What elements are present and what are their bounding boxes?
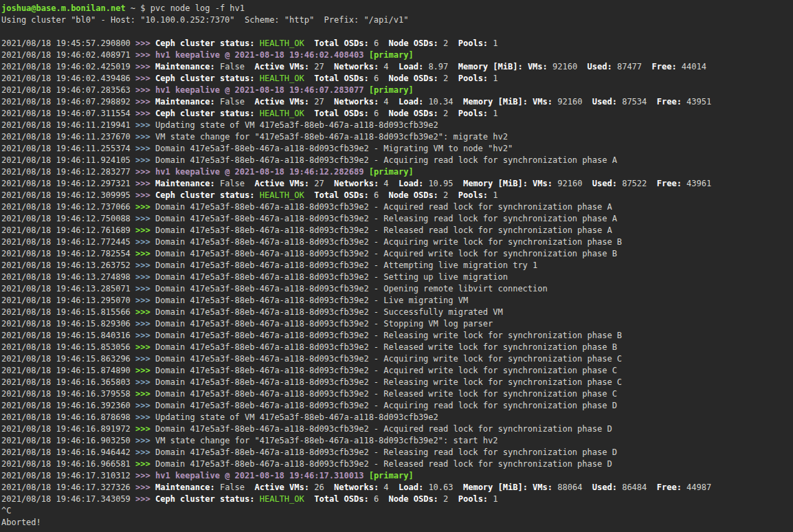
memory-vms-label: VMs: bbox=[533, 483, 552, 492]
log-line: 2021/08/18 19:46:16.878698 >>> Updating … bbox=[1, 412, 793, 423]
health-status-value: HEALTH_OK bbox=[260, 38, 304, 48]
log-line: 2021/08/18 19:46:16.365803 >>> Domain 41… bbox=[1, 377, 793, 388]
log-line: 2021/08/18 19:46:07.283563 >>> hv1 keepa… bbox=[1, 85, 793, 96]
log-lines: 2021/08/18 19:45:57.290800 >>> Ceph clus… bbox=[1, 38, 793, 505]
log-arrow-icon: >>> bbox=[135, 202, 155, 212]
event-text: Domain 417e5a3f-88eb-467a-a118-8d093cfb3… bbox=[155, 366, 617, 375]
log-arrow-icon: >>> bbox=[135, 155, 155, 165]
log-line: 2021/08/18 19:46:13.274898 >>> Domain 41… bbox=[1, 271, 793, 283]
log-arrow-icon: >>> bbox=[135, 144, 155, 153]
log-timestamp: 2021/08/18 19:46:02.425019 bbox=[1, 62, 135, 71]
networks-label: Networks: bbox=[334, 97, 379, 107]
log-arrow-icon: >>> bbox=[135, 74, 155, 83]
event-text: Domain 417e5a3f-88eb-467a-a118-8d093cfb3… bbox=[155, 296, 468, 305]
log-timestamp: 2021/08/18 19:46:17.310312 bbox=[1, 471, 135, 480]
log-timestamp: 2021/08/18 19:46:13.263752 bbox=[1, 261, 135, 270]
log-line: 2021/08/18 19:46:15.815566 >>> Domain 41… bbox=[1, 307, 793, 318]
memory-label: Memory [MiB]: bbox=[463, 97, 528, 107]
log-line: 2021/08/18 19:46:12.297321 >>> Maintenan… bbox=[1, 178, 793, 190]
load-label: Load: bbox=[399, 179, 423, 188]
ceph-status-label: Ceph cluster status: bbox=[155, 109, 255, 118]
log-arrow-icon: >>> bbox=[135, 494, 155, 504]
log-line: 2021/08/18 19:46:02.439486 >>> Ceph clus… bbox=[1, 73, 793, 85]
networks-label: Networks: bbox=[334, 483, 379, 492]
log-timestamp: 2021/08/18 19:46:12.761689 bbox=[1, 225, 135, 235]
log-arrow-icon: >>> bbox=[135, 354, 155, 364]
log-line: 2021/08/18 19:46:11.924105 >>> Domain 41… bbox=[1, 155, 793, 166]
health-status-value: HEALTH_OK bbox=[260, 109, 304, 118]
blank-line bbox=[1, 26, 793, 38]
log-timestamp: 2021/08/18 19:46:02.439486 bbox=[1, 74, 135, 83]
log-line: 2021/08/18 19:46:11.255374 >>> Domain 41… bbox=[1, 143, 793, 155]
log-timestamp: 2021/08/18 19:46:07.298892 bbox=[1, 97, 135, 107]
log-timestamp: 2021/08/18 19:46:12.782554 bbox=[1, 249, 135, 258]
log-arrow-icon: >>> bbox=[135, 62, 155, 71]
memory-used-label: Used: bbox=[592, 97, 617, 107]
log-arrow-icon: >>> bbox=[135, 319, 155, 329]
keepalive-text: hv1 keepalive @ 2021-08-18 19:46:12.2826… bbox=[155, 167, 364, 177]
health-status-value: HEALTH_OK bbox=[260, 74, 304, 83]
log-arrow-icon: >>> bbox=[135, 38, 155, 48]
log-arrow-icon: >>> bbox=[135, 436, 155, 445]
log-timestamp: 2021/08/18 19:46:15.815566 bbox=[1, 307, 135, 317]
log-arrow-icon: >>> bbox=[135, 109, 155, 118]
health-status-value: HEALTH_OK bbox=[260, 494, 304, 504]
event-text: VM state change for "417e5a3f-88eb-467a-… bbox=[155, 132, 508, 142]
log-line: 2021/08/18 19:46:15.840316 >>> Domain 41… bbox=[1, 330, 793, 342]
log-arrow-icon: >>> bbox=[135, 366, 155, 375]
log-line: 2021/08/18 19:46:13.295070 >>> Domain 41… bbox=[1, 295, 793, 307]
event-text: Domain 417e5a3f-88eb-467a-a118-8d093cfb3… bbox=[155, 214, 617, 223]
log-arrow-icon: >>> bbox=[135, 447, 155, 457]
log-arrow-icon: >>> bbox=[135, 296, 155, 305]
load-label: Load: bbox=[399, 483, 423, 492]
log-timestamp: 2021/08/18 19:46:16.903250 bbox=[1, 436, 135, 445]
log-timestamp: 2021/08/18 19:46:15.853056 bbox=[1, 342, 135, 352]
log-timestamp: 2021/08/18 19:46:16.946442 bbox=[1, 447, 135, 457]
event-text: Domain 417e5a3f-88eb-467a-a118-8d093cfb3… bbox=[155, 272, 508, 282]
active-vms-label: Active VMs: bbox=[254, 62, 309, 71]
log-arrow-icon: >>> bbox=[135, 85, 155, 95]
prompt-user-host: joshua@base.m.bonilan.net bbox=[1, 3, 126, 13]
event-text: Domain 417e5a3f-88eb-467a-a118-8d093cfb3… bbox=[155, 202, 612, 212]
log-timestamp: 2021/08/18 19:46:12.297321 bbox=[1, 179, 135, 188]
active-vms-label: Active VMs: bbox=[254, 97, 309, 107]
log-timestamp: 2021/08/18 19:46:11.255374 bbox=[1, 144, 135, 153]
log-line: 2021/08/18 19:46:07.298892 >>> Maintenan… bbox=[1, 96, 793, 108]
log-line: 2021/08/18 19:46:16.379558 >>> Domain 41… bbox=[1, 388, 793, 400]
memory-vms-label: VMs: bbox=[533, 179, 552, 188]
event-text: Domain 417e5a3f-88eb-467a-a118-8d093cfb3… bbox=[155, 424, 612, 434]
log-arrow-icon: >>> bbox=[135, 483, 155, 492]
log-arrow-icon: >>> bbox=[135, 179, 155, 188]
log-line: 2021/08/18 19:46:15.853056 >>> Domain 41… bbox=[1, 342, 793, 353]
memory-label: Memory [MiB]: bbox=[458, 62, 523, 71]
log-timestamp: 2021/08/18 19:46:07.283563 bbox=[1, 85, 135, 95]
log-timestamp: 2021/08/18 19:46:15.829306 bbox=[1, 319, 135, 329]
log-arrow-icon: >>> bbox=[135, 120, 155, 130]
ceph-status-label: Ceph cluster status: bbox=[155, 38, 255, 48]
event-text: Domain 417e5a3f-88eb-467a-a118-8d093cfb3… bbox=[155, 459, 612, 469]
log-line: 2021/08/18 19:46:15.874890 >>> Domain 41… bbox=[1, 365, 793, 377]
log-line: 2021/08/18 19:45:57.290800 >>> Ceph clus… bbox=[1, 38, 793, 49]
event-text: Domain 417e5a3f-88eb-467a-a118-8d093cfb3… bbox=[155, 237, 622, 247]
primary-tag: [primary] bbox=[369, 471, 414, 480]
log-timestamp: 2021/08/18 19:46:13.285071 bbox=[1, 284, 135, 293]
log-timestamp: 2021/08/18 19:46:17.343059 bbox=[1, 494, 135, 504]
primary-tag: [primary] bbox=[369, 167, 414, 177]
log-line: 2021/08/18 19:46:11.219941 >>> Updating … bbox=[1, 120, 793, 131]
event-text: Domain 417e5a3f-88eb-467a-a118-8d093cfb3… bbox=[155, 225, 612, 235]
log-timestamp: 2021/08/18 19:46:15.840316 bbox=[1, 331, 135, 340]
log-timestamp: 2021/08/18 19:46:13.274898 bbox=[1, 272, 135, 282]
log-arrow-icon: >>> bbox=[135, 284, 155, 293]
memory-label: Memory [MiB]: bbox=[463, 179, 528, 188]
node-osds-label: Node OSDs: bbox=[389, 38, 438, 48]
health-status-value: HEALTH_OK bbox=[260, 190, 304, 200]
log-line: 2021/08/18 19:46:17.343059 >>> Ceph clus… bbox=[1, 494, 793, 505]
log-arrow-icon: >>> bbox=[135, 190, 155, 200]
log-timestamp: 2021/08/18 19:46:15.874890 bbox=[1, 366, 135, 375]
log-timestamp: 2021/08/18 19:46:11.924105 bbox=[1, 155, 135, 165]
ceph-status-label: Ceph cluster status: bbox=[155, 494, 255, 504]
primary-tag: [primary] bbox=[369, 85, 414, 95]
log-arrow-icon: >>> bbox=[135, 331, 155, 340]
log-timestamp: 2021/08/18 19:46:12.737066 bbox=[1, 202, 135, 212]
log-arrow-icon: >>> bbox=[135, 97, 155, 107]
